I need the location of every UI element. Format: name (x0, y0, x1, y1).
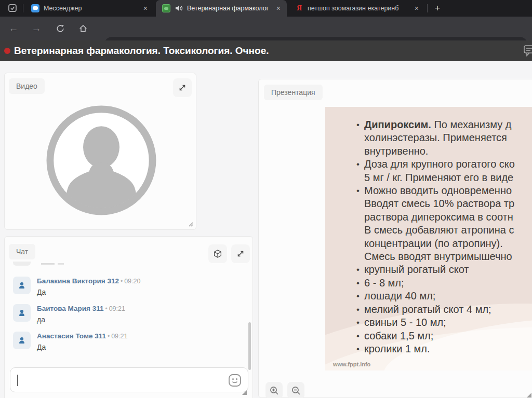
tab-webinar[interactable]: Ветеринарная фармаколог × (156, 0, 287, 17)
slide-line-strong: Дипироксим. (364, 119, 431, 130)
resize-handle[interactable] (527, 393, 531, 397)
slide: •Дипироксим. По механизму д холинэстераз… (325, 107, 532, 370)
slide-line-text: 5 мг / кг. Применяют его в виде (364, 172, 513, 183)
chat-input[interactable] (17, 371, 219, 389)
tab-label: Ветеринарная фармаколог (187, 5, 270, 12)
webinar-title: Ветеринарная фармакология. Токсикология.… (14, 45, 269, 57)
message-text: да (37, 314, 125, 325)
slide-line-text: Смесь вводят внутримышечно (364, 251, 512, 262)
home-icon[interactable] (76, 22, 90, 35)
slide-line: •мелкий рогатый скот 4 мл; (325, 303, 532, 316)
yandex-icon: Я (295, 4, 303, 12)
tab-yandex-search[interactable]: Я петшоп зоомагазин екатеринб × (289, 0, 425, 17)
video-panel: Видео (4, 73, 196, 230)
user-avatar-icon (13, 304, 31, 322)
forward-icon[interactable]: → (29, 22, 44, 35)
slide-line: холинэстеразы. Применяется (325, 131, 532, 144)
avatar (46, 105, 156, 215)
tab-messenger[interactable]: Мессенджер × (25, 0, 154, 17)
chat-message: Балакина Виктория 312•09:20 Да (5, 275, 249, 302)
tab-divider (427, 4, 428, 12)
audio-playing-icon[interactable] (175, 4, 183, 12)
new-tab-button[interactable]: + (430, 1, 445, 16)
browser-window: Мессенджер × Ветеринарная фармаколог × Я… (0, 0, 532, 398)
refresh-icon[interactable] (53, 22, 68, 35)
presentation-panel-label[interactable]: Презентация (264, 85, 323, 100)
resize-handle[interactable] (188, 222, 193, 227)
chat-input-wrap (10, 367, 248, 392)
user-avatar-icon (13, 277, 31, 294)
close-tab-icon[interactable]: × (413, 4, 421, 12)
chat-bubble-icon[interactable] (524, 45, 532, 57)
slide-line-text: Доза для крупного рогатого ско (364, 158, 515, 170)
bullet-glyph: • (356, 263, 360, 276)
slide-line: •свиньи 5 - 10 мл; (325, 316, 532, 329)
video-panel-label[interactable]: Видео (9, 78, 45, 94)
slide-line: •собаки 1,5 мл; (325, 330, 532, 342)
browser-toolbar: ← → https://pruffme.com/webinar/?id=e38e… (0, 17, 532, 40)
slide-line: Вводят смесь 10% раствора тр (325, 197, 532, 210)
message-author: Балакина Виктория 312 (37, 277, 119, 285)
messenger-icon (31, 4, 39, 12)
slide-line-text: По механизму д (431, 119, 512, 130)
message-text: Да (37, 342, 127, 352)
chat-message: Баитова Мария 311•09:21 да (5, 302, 249, 330)
message-time: 09:20 (124, 278, 140, 285)
close-tab-icon[interactable]: × (141, 4, 150, 12)
pruffme-favicon-icon (162, 4, 170, 12)
back-icon[interactable]: ← (6, 22, 21, 35)
slide-line: •кролики 1 мл. (325, 342, 532, 355)
cube-3d-icon[interactable] (208, 244, 227, 263)
message-separator: • (119, 278, 124, 285)
slide-line-text: внутривенно. (364, 145, 428, 157)
expand-icon[interactable] (231, 244, 250, 263)
slide-line-text: крупный рогатый скот (364, 264, 469, 275)
slide-line-text: мелкий рогатый скот 4 мл; (364, 304, 491, 315)
chat-message-list: Балакина Виктория 312•09:20 Да Баитова М… (5, 262, 249, 367)
slide-line: концентрации (по атропину). (325, 237, 532, 250)
clipped-message-remnant (5, 262, 249, 275)
zoom-out-icon[interactable] (287, 382, 304, 398)
slide-line-text: свиньи 5 - 10 мл; (364, 317, 446, 328)
slide-line-text: собаки 1,5 мл; (364, 330, 433, 341)
text-caret (17, 375, 18, 386)
bullet-glyph: • (356, 184, 360, 197)
resize-handle[interactable] (242, 390, 247, 395)
bullet-glyph: • (356, 316, 360, 329)
bullet-glyph: • (356, 118, 360, 131)
user-avatar-icon (13, 332, 31, 349)
zoom-in-icon[interactable] (265, 382, 283, 398)
slide-line-text: раствора дипероксима в соотн (364, 211, 513, 223)
close-tab-icon[interactable]: × (274, 4, 283, 12)
bullet-glyph: • (356, 330, 360, 342)
expand-icon[interactable] (173, 78, 192, 97)
emoji-icon[interactable] (228, 374, 242, 387)
slide-line-text: 6 - 8 мл; (364, 277, 404, 289)
tab-label: петшоп зоомагазин екатеринб (308, 5, 408, 12)
message-text: Да (37, 287, 140, 297)
slide-line: внутривенно. (325, 145, 532, 158)
slide-line-text: Вводят смесь 10% раствора тр (364, 198, 514, 209)
message-separator: • (103, 305, 109, 312)
chat-panel-label[interactable]: Чат (9, 244, 35, 259)
workspaces-icon[interactable] (6, 3, 19, 13)
slide-line: раствора дипероксима в соотн (325, 211, 532, 224)
chat-scrollbar[interactable] (248, 322, 251, 370)
message-author: Баитова Мария 311 (37, 305, 103, 312)
slide-line: •крупный рогатый скот (325, 263, 532, 276)
slide-line-text: В смесь добавляют атропина с (364, 224, 514, 236)
message-separator: • (106, 333, 111, 340)
chat-panel: Чат Балакина Виктория 312•09:20 Да (4, 236, 253, 398)
slide-line: •Доза для крупного рогатого ско (325, 158, 532, 171)
slide-text: •Дипироксим. По механизму д холинэстераз… (325, 118, 532, 355)
slide-line: 5 мг / кг. Применяют его в виде (325, 171, 532, 184)
slide-line-text: лошади 40 мл; (364, 290, 435, 301)
slide-line: •лошади 40 мл; (325, 290, 532, 303)
message-time: 09:21 (111, 333, 127, 340)
browser-tab-bar: Мессенджер × Ветеринарная фармаколог × Я… (0, 0, 532, 17)
slide-line-text: концентрации (по атропину). (364, 238, 503, 249)
bullet-glyph: • (356, 342, 360, 355)
bullet-glyph: • (356, 303, 360, 316)
slide-line: •Дипироксим. По механизму д (325, 118, 532, 131)
slide-line-text: кролики 1 мл. (364, 343, 430, 354)
